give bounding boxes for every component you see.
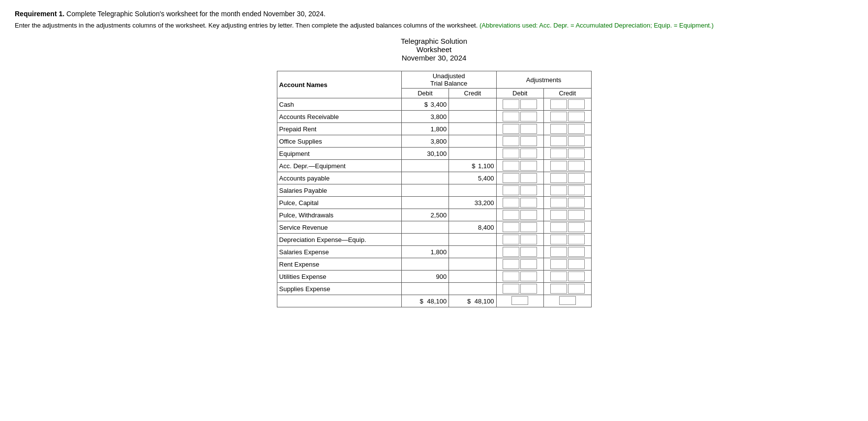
adj-debit-input[interactable] — [503, 149, 519, 158]
adj-debit-input[interactable] — [503, 210, 519, 220]
adj-debit-input[interactable] — [503, 99, 519, 109]
adj-credit-input[interactable] — [568, 198, 585, 208]
company-name: Telegraphic Solution — [15, 37, 853, 45]
adj-credit-input[interactable] — [550, 173, 567, 183]
adj-debit-input[interactable] — [503, 259, 519, 269]
adj-credit-cell — [544, 209, 592, 221]
trial-credit-cell: $ 1,100 — [449, 160, 496, 172]
adj-debit-input[interactable] — [503, 173, 519, 183]
requirement-heading: Requirement 1. Complete Telegraphic Solu… — [15, 10, 853, 18]
adj-debit-input[interactable] — [520, 173, 537, 183]
adj-credit-input[interactable] — [550, 284, 567, 294]
adj-debit-input[interactable] — [503, 247, 519, 257]
adj-credit-input[interactable] — [550, 222, 567, 232]
adj-credit-input[interactable] — [568, 259, 585, 269]
worksheet-label: Worksheet — [15, 45, 853, 54]
adj-credit-input[interactable] — [550, 235, 567, 244]
adj-credit-input[interactable] — [550, 112, 567, 121]
adj-credit-input[interactable] — [550, 259, 567, 269]
adj-debit-input[interactable] — [520, 259, 537, 269]
adj-credit-input[interactable] — [550, 198, 567, 208]
total-debit-value: 48,100 — [427, 298, 447, 305]
adj-debit-input[interactable] — [520, 198, 537, 208]
top-header-row: Account Names Unadjusted Trial Balance A… — [277, 71, 591, 89]
adj-debit-cell — [496, 111, 543, 123]
table-row: Prepaid Rent1,800 — [277, 123, 591, 135]
account-name-cell: Cash — [277, 98, 401, 111]
adj-total-debit-input-1[interactable] — [511, 296, 528, 305]
adj-credit-input[interactable] — [568, 222, 585, 232]
adj-debit-input[interactable] — [503, 235, 519, 244]
adj-credit-input[interactable] — [568, 284, 585, 294]
adj-credit-cell — [544, 160, 592, 172]
trial-debit-cell: 30,100 — [401, 148, 449, 160]
adj-debit-input[interactable] — [520, 284, 537, 294]
adj-credit-input[interactable] — [550, 271, 567, 281]
adj-credit-input[interactable] — [568, 161, 585, 171]
adj-credit-input[interactable] — [568, 247, 585, 257]
adj-credit-cell — [544, 123, 592, 135]
account-name-cell: Rent Expense — [277, 258, 401, 271]
adj-debit-input[interactable] — [520, 235, 537, 244]
adj-debit-input[interactable] — [503, 136, 519, 146]
adj-credit-input[interactable] — [550, 136, 567, 146]
adj-credit-input[interactable] — [568, 210, 585, 220]
adj-credit-cell — [544, 221, 592, 234]
table-row: Equipment30,100 — [277, 148, 591, 160]
adj-credit-input[interactable] — [568, 149, 585, 158]
adj-credit-input[interactable] — [550, 210, 567, 220]
adj-debit-input[interactable] — [520, 247, 537, 257]
adj-debit-input[interactable] — [520, 271, 537, 281]
adj-credit-input[interactable] — [568, 271, 585, 281]
adj-credit-cell — [544, 283, 592, 295]
adj-credit-input[interactable] — [550, 124, 567, 134]
adj-debit-input[interactable] — [503, 161, 519, 171]
adj-debit-cell — [496, 123, 543, 135]
adj-credit-input[interactable] — [568, 235, 585, 244]
adj-credit-input[interactable] — [568, 99, 585, 109]
adj-debit-input[interactable] — [520, 222, 537, 232]
trial-credit-cell — [449, 234, 496, 246]
table-row: Office Supplies3,800 — [277, 135, 591, 148]
adj-debit-input[interactable] — [520, 136, 537, 146]
adj-debit-input[interactable] — [520, 112, 537, 121]
adj-debit-input[interactable] — [520, 185, 537, 195]
adj-credit-cell — [544, 184, 592, 197]
table-row: Pulce, Withdrawals2,500 — [277, 209, 591, 221]
adj-debit-input[interactable] — [520, 161, 537, 171]
adj-credit-input[interactable] — [568, 112, 585, 121]
trial-debit-cell: 3,800 — [401, 111, 449, 123]
adj-credit-input[interactable] — [568, 185, 585, 195]
account-name-cell: Salaries Expense — [277, 246, 401, 258]
adj-total-credit-input-1[interactable] — [559, 296, 576, 305]
adj-debit-input[interactable] — [503, 222, 519, 232]
adj-debit-input[interactable] — [520, 210, 537, 220]
adj-credit-input[interactable] — [550, 99, 567, 109]
adj-debit-input[interactable] — [503, 112, 519, 121]
adj-debit-input[interactable] — [520, 124, 537, 134]
adj-debit-cell — [496, 197, 543, 209]
adj-debit-input[interactable] — [503, 271, 519, 281]
adj-debit-input[interactable] — [503, 185, 519, 195]
adj-debit-cell — [496, 98, 543, 111]
adj-debit-input[interactable] — [503, 124, 519, 134]
adj-credit-input[interactable] — [550, 247, 567, 257]
debit-header-2: Debit — [512, 90, 527, 97]
adj-credit-input[interactable] — [568, 136, 585, 146]
adj-debit-input[interactable] — [520, 149, 537, 158]
adj-debit-input[interactable] — [520, 99, 537, 109]
totals-row: $ 48,100 $ 48,100 — [277, 295, 591, 307]
adj-debit-input[interactable] — [503, 284, 519, 294]
adj-credit-input[interactable] — [550, 149, 567, 158]
adj-credit-input[interactable] — [568, 124, 585, 134]
adj-credit-input[interactable] — [568, 173, 585, 183]
adj-debit-input[interactable] — [503, 198, 519, 208]
trial-debit-cell: 1,800 — [401, 123, 449, 135]
table-row: Salaries Payable — [277, 184, 591, 197]
adj-credit-cell — [544, 135, 592, 148]
adj-credit-input[interactable] — [550, 185, 567, 195]
abbreviations-text: (Abbreviations used: Acc. Depr. = Accumu… — [479, 22, 714, 29]
adj-credit-cell — [544, 148, 592, 160]
adj-credit-input[interactable] — [550, 161, 567, 171]
trial-credit-cell — [449, 246, 496, 258]
